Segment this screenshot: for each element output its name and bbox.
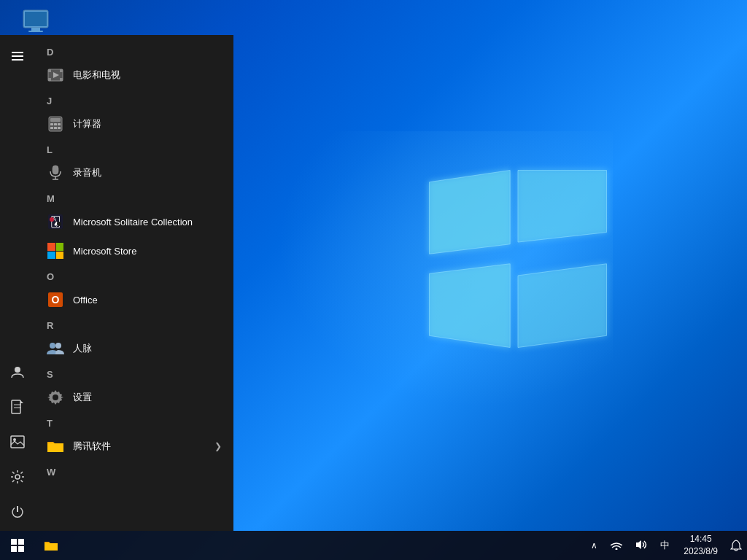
taskbar-right: ∧ — [584, 531, 747, 560]
section-w: W — [35, 461, 233, 481]
app-solitaire[interactable]: 🂡 Microsoft Solitaire Collection — [35, 207, 233, 236]
file-explorer-button[interactable] — [35, 531, 67, 560]
svg-rect-25 — [53, 166, 58, 174]
mic-icon — [47, 164, 64, 182]
app-office[interactable]: O Office — [35, 285, 233, 314]
settings-icon — [47, 389, 64, 406]
speaker-button[interactable] — [629, 531, 654, 560]
section-s: S — [35, 363, 233, 383]
svg-rect-2 — [31, 28, 40, 31]
svg-rect-21 — [58, 123, 61, 125]
app-movies-tv-label: 电影和电视 — [73, 69, 222, 82]
sidebar-power-icon[interactable] — [0, 496, 35, 528]
film-icon — [47, 66, 64, 84]
section-t: T — [35, 412, 233, 432]
svg-point-35 — [55, 343, 61, 349]
svg-rect-20 — [54, 123, 57, 125]
people-icon — [47, 340, 64, 357]
svg-rect-19 — [50, 123, 53, 125]
app-settings-label: 设置 — [73, 391, 222, 404]
clock-time: 14:45 — [690, 533, 712, 545]
notification-button[interactable] — [725, 531, 747, 560]
svg-rect-5 — [12, 400, 20, 413]
app-tencent-folder[interactable]: 腾讯软件 ❯ — [35, 432, 233, 461]
app-people-label: 人脉 — [73, 342, 222, 355]
folder-icon — [47, 438, 64, 455]
taskbar: ∧ — [0, 531, 747, 560]
svg-rect-22 — [50, 127, 53, 129]
desktop: 此电脑 — [0, 0, 747, 560]
svg-rect-15 — [60, 78, 63, 81]
svg-rect-39 — [11, 546, 17, 552]
tray-expand-button[interactable]: ∧ — [584, 531, 604, 560]
sidebar-document-icon[interactable] — [0, 391, 35, 423]
network-icon-button[interactable] — [604, 531, 629, 560]
app-office-label: Office — [73, 295, 222, 306]
start-button[interactable] — [0, 531, 35, 560]
app-list: D 电影和电视 J — [35, 35, 233, 531]
ime-label: 中 — [660, 539, 670, 552]
svg-text:O: O — [52, 294, 60, 306]
ms-store-icon — [47, 242, 64, 260]
this-pc-icon-image — [21, 7, 50, 36]
clock-button[interactable]: 14:45 2023/8/9 — [676, 531, 725, 560]
clock-date: 2023/8/9 — [684, 545, 718, 558]
ime-button[interactable]: 中 — [654, 531, 676, 560]
office-icon: O — [47, 291, 64, 308]
app-ms-store[interactable]: Microsoft Store — [35, 236, 233, 265]
svg-point-10 — [15, 475, 20, 479]
svg-rect-13 — [60, 69, 63, 72]
svg-point-41 — [616, 548, 618, 550]
section-j: J — [35, 90, 233, 109]
solitaire-icon: 🂡 — [47, 213, 64, 230]
start-menu: D 电影和电视 J — [0, 35, 233, 531]
svg-rect-24 — [58, 127, 61, 129]
svg-point-34 — [50, 343, 55, 349]
svg-marker-42 — [636, 540, 641, 549]
sidebar-user-icon[interactable] — [0, 356, 35, 388]
section-m: M — [35, 187, 233, 207]
svg-rect-14 — [48, 78, 51, 81]
app-people[interactable]: 人脉 — [35, 334, 233, 363]
section-d: D — [35, 41, 233, 61]
sidebar-photos-icon[interactable] — [0, 426, 35, 458]
svg-point-36 — [53, 394, 58, 400]
svg-rect-12 — [48, 69, 51, 72]
svg-rect-1 — [25, 12, 47, 26]
windows-logo — [409, 160, 627, 357]
folder-expand-arrow: ❯ — [214, 441, 222, 451]
speaker-icon — [635, 539, 647, 553]
app-ms-store-label: Microsoft Store — [73, 246, 222, 257]
svg-rect-23 — [54, 127, 57, 129]
app-movies-tv[interactable]: 电影和电视 — [35, 61, 233, 90]
app-calculator[interactable]: 计算器 — [35, 109, 233, 139]
section-r: R — [35, 314, 233, 334]
app-voice-recorder[interactable]: 录音机 — [35, 158, 233, 187]
svg-rect-18 — [50, 118, 61, 122]
svg-rect-3 — [28, 31, 43, 32]
svg-rect-8 — [11, 436, 24, 448]
svg-point-4 — [15, 367, 20, 373]
section-o: O — [35, 265, 233, 285]
app-tencent-label: 腾讯软件 — [73, 440, 214, 453]
start-sidebar — [0, 35, 35, 531]
network-icon — [611, 540, 622, 552]
svg-rect-38 — [18, 539, 24, 545]
section-l: L — [35, 139, 233, 158]
app-settings[interactable]: 设置 — [35, 383, 233, 412]
svg-rect-37 — [11, 539, 17, 545]
calc-icon — [47, 115, 64, 133]
hamburger-button[interactable] — [0, 41, 35, 71]
tray-expand-icon: ∧ — [591, 540, 597, 551]
sidebar-bottom — [0, 356, 35, 531]
app-voice-recorder-label: 录音机 — [73, 166, 222, 179]
app-solitaire-label: Microsoft Solitaire Collection — [73, 217, 222, 228]
app-calculator-label: 计算器 — [73, 117, 222, 131]
sidebar-settings-icon[interactable] — [0, 461, 35, 493]
svg-rect-40 — [18, 546, 24, 552]
